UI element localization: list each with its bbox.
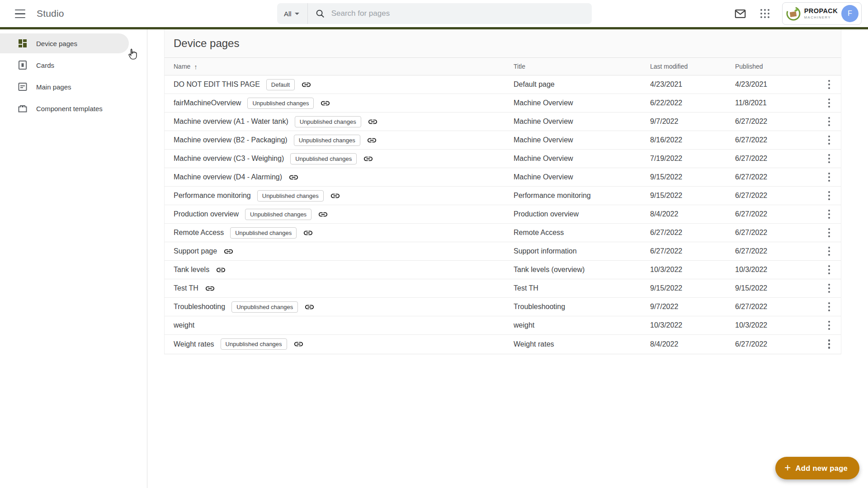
- link-icon[interactable]: [223, 246, 234, 257]
- page-name[interactable]: Troubleshooting: [174, 303, 225, 311]
- page-name[interactable]: Machine overview (C3 - Weighing): [174, 155, 284, 163]
- page-name[interactable]: fairMachineOverview: [174, 99, 241, 107]
- menu-icon[interactable]: [15, 9, 27, 18]
- page-name[interactable]: Machine overview (B2 - Packaging): [174, 136, 288, 144]
- link-icon[interactable]: [318, 209, 328, 220]
- link-icon[interactable]: [205, 283, 215, 294]
- page-name[interactable]: Production overview: [174, 210, 239, 218]
- table-row[interactable]: Machine overview (D4 - Alarming) Machine…: [165, 168, 841, 187]
- studio-app: Studio All: [0, 0, 868, 488]
- table-row[interactable]: Weight rates Unpublished changes Weight …: [165, 335, 841, 353]
- row-menu-icon[interactable]: [826, 244, 833, 259]
- last-modified-cell: 9/7/2022: [650, 303, 735, 311]
- table-row[interactable]: Remote Access Unpublished changes Remote…: [165, 224, 841, 242]
- row-menu-icon[interactable]: [826, 225, 833, 240]
- top-app-bar: Studio All: [0, 0, 868, 27]
- link-icon[interactable]: [320, 98, 330, 108]
- add-new-page-button[interactable]: + Add new page: [775, 457, 859, 479]
- cards-icon: [17, 60, 28, 70]
- link-icon[interactable]: [304, 302, 315, 312]
- last-modified-cell: 4/23/2021: [650, 80, 735, 89]
- table-row[interactable]: DO NOT EDIT THIS PAGE Default Default pa…: [165, 75, 841, 94]
- propack-logo: [785, 5, 802, 22]
- page-title-cell: Machine Overview: [514, 173, 650, 181]
- avatar[interactable]: F: [841, 5, 859, 22]
- page-name[interactable]: Performance monitoring: [174, 192, 251, 200]
- page-name[interactable]: Weight rates: [174, 340, 214, 348]
- column-last-modified[interactable]: Last modified: [650, 63, 735, 70]
- account-menu[interactable]: PROPACK MACHINERY F: [782, 2, 862, 25]
- column-published[interactable]: Published: [735, 63, 821, 70]
- row-menu-icon[interactable]: [826, 300, 833, 314]
- column-name[interactable]: Name: [174, 63, 190, 70]
- page-name[interactable]: Remote Access: [174, 229, 224, 237]
- device-pages-card: Device pages Name ↑ Title Last modified …: [164, 29, 841, 354]
- table-header: Name ↑ Title Last modified Published: [165, 58, 841, 75]
- link-icon[interactable]: [301, 80, 311, 90]
- sidebar-item-device-pages[interactable]: Device pages: [0, 33, 147, 54]
- row-menu-icon[interactable]: [826, 281, 833, 296]
- row-menu-icon[interactable]: [826, 77, 833, 92]
- row-menu-icon[interactable]: [826, 207, 833, 222]
- row-menu-icon[interactable]: [826, 96, 833, 111]
- table-row[interactable]: Troubleshooting Unpublished changes Trou…: [165, 298, 841, 316]
- published-cell: 10/3/2022: [735, 266, 821, 274]
- published-cell: 11/8/2021: [735, 99, 821, 107]
- status-badge: Unpublished changes: [295, 116, 361, 127]
- page-name[interactable]: weight: [174, 321, 194, 329]
- link-icon[interactable]: [367, 135, 377, 145]
- row-menu-icon[interactable]: [826, 337, 833, 352]
- link-icon[interactable]: [330, 191, 340, 201]
- apps-grid-icon[interactable]: [758, 6, 772, 21]
- link-icon[interactable]: [368, 117, 378, 127]
- table-row[interactable]: Tank levels Tank levels (overview) 10/3/…: [165, 261, 841, 279]
- table-row[interactable]: Test TH Test TH 9/15/2022 9/15/2022: [165, 279, 841, 298]
- page-name[interactable]: Test TH: [174, 284, 198, 292]
- row-menu-icon[interactable]: [826, 114, 833, 129]
- page-name[interactable]: DO NOT EDIT THIS PAGE: [174, 80, 260, 89]
- column-title[interactable]: Title: [514, 63, 650, 70]
- page-name[interactable]: Support page: [174, 247, 217, 255]
- sidebar-item-label: Component templates: [36, 105, 103, 113]
- page-title-cell: Machine Overview: [514, 99, 650, 107]
- row-menu-icon[interactable]: [826, 318, 833, 333]
- page-name[interactable]: Machine overview (D4 - Alarming): [174, 173, 282, 181]
- published-cell: 6/27/2022: [735, 155, 821, 163]
- table-row[interactable]: fairMachineOverview Unpublished changes …: [165, 94, 841, 113]
- link-icon[interactable]: [363, 154, 373, 164]
- table-row[interactable]: Production overview Unpublished changes …: [165, 205, 841, 224]
- sidebar-item-main-pages[interactable]: Main pages: [0, 76, 147, 98]
- search-input[interactable]: [331, 9, 592, 18]
- table-row[interactable]: weight weight 10/3/2022 10/3/2022: [165, 316, 841, 335]
- row-menu-icon[interactable]: [826, 263, 833, 277]
- sidebar: Device pagesCardsMain pagesComponent tem…: [0, 29, 147, 488]
- page-name[interactable]: Machine overview (A1 - Water tank): [174, 117, 288, 126]
- last-modified-cell: 8/4/2022: [650, 210, 735, 218]
- search-scope-dropdown[interactable]: All: [277, 3, 307, 24]
- pages-icon: [17, 81, 28, 92]
- mail-icon[interactable]: [733, 6, 748, 21]
- link-icon[interactable]: [288, 172, 299, 183]
- row-menu-icon[interactable]: [826, 151, 833, 166]
- table-row[interactable]: Machine overview (C3 - Weighing) Unpubli…: [165, 150, 841, 168]
- row-menu-icon[interactable]: [826, 188, 833, 203]
- link-icon[interactable]: [303, 228, 313, 238]
- table-row[interactable]: Machine overview (A1 - Water tank) Unpub…: [165, 113, 841, 131]
- table-row[interactable]: Performance monitoring Unpublished chang…: [165, 187, 841, 205]
- sort-asc-icon[interactable]: ↑: [194, 63, 198, 70]
- row-menu-icon[interactable]: [826, 133, 833, 148]
- table-row[interactable]: Machine overview (B2 - Packaging) Unpubl…: [165, 131, 841, 150]
- sidebar-item-component-templates[interactable]: Component templates: [0, 98, 147, 119]
- brand-name: PROPACK: [804, 8, 838, 14]
- last-modified-cell: 9/15/2022: [650, 284, 735, 292]
- published-cell: 6/27/2022: [735, 210, 821, 218]
- sidebar-item-cards[interactable]: Cards: [0, 54, 147, 76]
- link-icon[interactable]: [216, 265, 226, 275]
- page-title-cell: Machine Overview: [514, 155, 650, 163]
- table-row[interactable]: Support page Support information 6/27/20…: [165, 242, 841, 261]
- link-icon[interactable]: [293, 339, 304, 349]
- row-menu-icon[interactable]: [826, 170, 833, 185]
- page-title-cell: Troubleshooting: [514, 303, 650, 311]
- published-cell: 6/27/2022: [735, 340, 821, 348]
- page-name[interactable]: Tank levels: [174, 266, 209, 274]
